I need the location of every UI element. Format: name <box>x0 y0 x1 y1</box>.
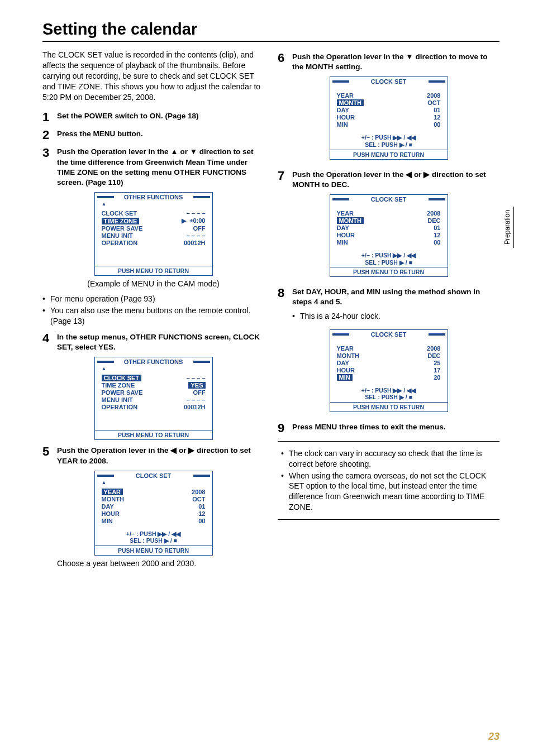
menu-item: MONTH <box>102 496 124 503</box>
list-item: You can also use the menu buttons on the… <box>42 305 264 327</box>
menu-item: HOUR <box>337 367 355 374</box>
menu-hints: +/− : PUSH ▶▶ / ◀◀ SEL : PUSH ▶ / ■ <box>95 527 212 546</box>
step5-footnote: Choose a year between 2000 and 2030. <box>57 559 264 568</box>
menu-value-highlighted: YES <box>188 382 205 389</box>
menu-title: OTHER FUNCTIONS <box>95 357 212 366</box>
menu-item-highlighted: YEAR <box>102 489 123 495</box>
menu-item-highlighted: MONTH <box>337 99 364 106</box>
step-5: 5 Push the Operation lever in the ◀ or ▶… <box>42 446 264 466</box>
menu-value: 2008 <box>427 345 440 352</box>
step-number: 6 <box>278 52 292 64</box>
step-2: 2 Press the MENU button. <box>42 129 264 141</box>
menu-item: DAY <box>337 224 349 231</box>
step-instruction: In the setup menus, OTHER FUNCTIONS scre… <box>57 332 264 352</box>
menu-value: 01 <box>434 224 440 231</box>
intro-paragraph: The CLOCK SET value is recorded in the c… <box>42 50 264 102</box>
list-item: This is a 24-hour clock. <box>292 311 499 322</box>
menu-clock-set-month-dec: CLOCK SET YEAR2008 MONTHDEC DAY01 HOUR12… <box>330 194 448 277</box>
menu-item: MONTH <box>337 352 359 359</box>
menu-item: MENU INIT <box>102 396 133 403</box>
menu-value: 00012H <box>184 240 206 246</box>
menu-value: OFF <box>193 389 206 396</box>
menu-item-highlighted: MIN <box>337 374 353 381</box>
step-number: 2 <box>42 129 57 141</box>
menu-clock-set-month-oct: CLOCK SET YEAR2008 MONTHOCT DAY01 HOUR12… <box>330 76 448 159</box>
step-3: 3 Push the Operation lever in the ▲ or ▼… <box>42 147 264 188</box>
step-8: 8 Set DAY, HOUR, and MIN using the metho… <box>278 287 499 324</box>
menu-item: MIN <box>102 518 113 524</box>
menu-item: YEAR <box>337 92 354 99</box>
step8-sub: This is a 24-hour clock. <box>292 311 499 322</box>
menu-value: 00012H <box>184 404 206 410</box>
step3-notes: For menu operation (Page 93) You can als… <box>42 294 264 327</box>
step-instruction: Push the Operation lever in the ▲ or ▼ d… <box>57 147 264 188</box>
menu-caption: (Example of MENU in the CAM mode) <box>42 279 264 288</box>
menu-value: 2008 <box>427 92 440 99</box>
menu-value: DEC <box>427 352 440 359</box>
menu-value: – – – – <box>187 396 206 403</box>
menu-value: – – – – <box>187 375 206 381</box>
step-number: 9 <box>278 422 292 434</box>
step-instruction: Press the MENU button. <box>57 129 264 139</box>
step-number: 5 <box>42 446 57 458</box>
step-1: 1 Set the POWER switch to ON. (Page 18) <box>42 111 264 123</box>
menu-item: YEAR <box>337 210 354 217</box>
menu-value: 01 <box>198 503 205 510</box>
step-instruction: Push the Operation lever in the ▼ direct… <box>292 52 499 72</box>
page-title: Setting the calendar <box>42 20 499 42</box>
step-instruction: Set the POWER switch to ON. (Page 18) <box>57 111 264 121</box>
step-number: 7 <box>278 170 292 182</box>
step-number: 4 <box>42 332 57 344</box>
menu-value: 00 <box>434 121 440 128</box>
step-instruction: Push the Operation lever in the ◀ or ▶ d… <box>57 446 264 466</box>
menu-clock-set-min: CLOCK SET YEAR2008 MONTHDEC DAY25 HOUR17… <box>330 329 448 412</box>
menu-value: 12 <box>198 510 205 517</box>
menu-value: DEC <box>427 217 440 224</box>
step-7: 7 Push the Operation lever in the ◀ or ▶… <box>278 170 499 190</box>
menu-hints: +/− : PUSH ▶▶ / ◀◀ SEL : PUSH ▶ / ■ <box>330 131 448 149</box>
menu-value: ▶ +0:00 <box>182 217 206 224</box>
menu-value: 25 <box>434 360 440 366</box>
menu-clock-set-year: CLOCK SET ▲ YEAR2008 MONTHOCT DAY01 HOUR… <box>94 471 213 556</box>
menu-item: CLOCK SET <box>102 210 137 217</box>
menu-item: OPERATION <box>102 404 138 410</box>
menu-footer: PUSH MENU TO RETURN <box>95 266 212 275</box>
menu-item: DAY <box>337 360 349 366</box>
menu-value: 12 <box>434 114 440 121</box>
step-9: 9 Press MENU three times to exit the men… <box>278 422 499 434</box>
menu-footer: PUSH MENU TO RETURN <box>95 546 212 555</box>
menu-hints: +/− : PUSH ▶▶ / ◀◀ SEL : PUSH ▶ / ■ <box>330 248 448 267</box>
menu-title: OTHER FUNCTIONS <box>95 193 212 202</box>
menu-title: CLOCK SET <box>330 195 448 204</box>
step-instruction: Set DAY, HOUR, and MIN using the method … <box>292 287 499 307</box>
menu-item: MENU INIT <box>102 232 133 239</box>
step-instruction: Press MENU three times to exit the menus… <box>292 422 499 432</box>
menu-value: 00 <box>434 239 440 246</box>
menu-value: – – – – <box>187 210 206 217</box>
menu-title: CLOCK SET <box>330 330 448 339</box>
step-number: 3 <box>42 147 57 159</box>
menu-item-highlighted: CLOCK SET <box>102 375 142 381</box>
menu-value: 17 <box>434 367 440 374</box>
menu-item: HOUR <box>102 510 120 517</box>
menu-footer: PUSH MENU TO RETURN <box>330 267 448 276</box>
page-number: 23 <box>488 731 499 743</box>
menu-value: 01 <box>434 107 440 113</box>
menu-item: DAY <box>337 107 349 113</box>
menu-value: OFF <box>193 225 206 232</box>
menu-footer: PUSH MENU TO RETURN <box>330 150 448 159</box>
section-tab: Preparation <box>503 207 514 248</box>
menu-hints: +/− : PUSH ▶▶ / ◀◀ SEL : PUSH ▶ / ■ <box>330 384 448 402</box>
menu-item: MIN <box>337 239 348 246</box>
step-6: 6 Push the Operation lever in the ▼ dire… <box>278 52 499 72</box>
menu-other-functions-1: OTHER FUNCTIONS ▲ CLOCK SET– – – – TIME … <box>94 192 213 276</box>
menu-item: DAY <box>102 503 114 510</box>
menu-item: OPERATION <box>102 240 138 246</box>
notes-box: The clock can vary in accuracy so check … <box>278 441 499 520</box>
menu-title: CLOCK SET <box>95 471 212 480</box>
step-4: 4 In the setup menus, OTHER FUNCTIONS sc… <box>42 332 264 352</box>
menu-footer: PUSH MENU TO RETURN <box>95 430 212 439</box>
menu-item: POWER SAVE <box>102 225 143 232</box>
menu-value: OCT <box>192 496 205 503</box>
menu-value: 2008 <box>192 489 205 495</box>
